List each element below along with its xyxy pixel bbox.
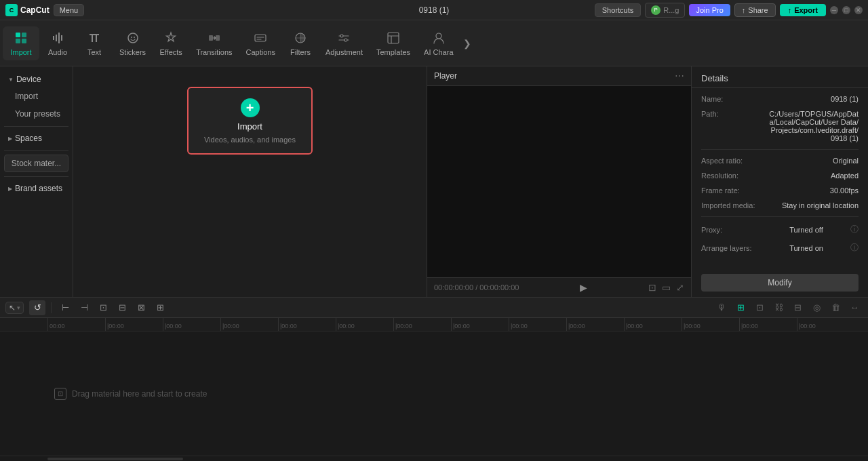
timeline-toolbar: ↖ ▾ ↺ ⊢ ⊣ ⊡ ⊟ ⊠ ⊞ 🎙 ⊞ ⊡ ⛓ ⊟ ◎ 🗑 ↔ [0, 298, 868, 318]
player-menu-icon[interactable]: ⋯ [675, 71, 684, 81]
timeline-trim-start-button[interactable]: ⊡ [95, 300, 111, 315]
detail-value-resolution: Adapted [831, 172, 859, 180]
detail-key-path: Path: [701, 110, 762, 118]
timeline-caption-button[interactable]: ⊟ [789, 300, 806, 315]
timeline-magnet-button[interactable]: ⊡ [751, 300, 768, 315]
minimize-button[interactable]: ─ [830, 6, 838, 14]
timeline-ruler-content: 00:00 |00:00 |00:00 |00:00 |00:00 |00:00… [0, 318, 854, 331]
tool-templates[interactable]: Templates [370, 26, 417, 60]
detail-value-path: C:/Users/TOPGUS/AppData/Local/CapCut/Use… [768, 110, 859, 142]
timeline-audio-btn[interactable]: ◎ [808, 300, 825, 315]
share-button[interactable]: ↑ Share [734, 3, 776, 17]
timeline-snap-button[interactable]: ⊞ [732, 300, 749, 315]
timeline-delete-right-btn[interactable]: 🗑 [827, 300, 844, 315]
join-pro-button[interactable]: Join Pro [689, 4, 730, 16]
import-icon [14, 31, 28, 45]
import-drop-area[interactable]: + Import Videos, audios, and images [187, 87, 313, 155]
detail-row-arrange: Arrange layers: Turned on ⓘ [701, 242, 859, 254]
timeline-group-button[interactable]: ⊞ [152, 300, 168, 315]
timeline-split-start-button[interactable]: ⊢ [57, 300, 73, 315]
arrange-info-icon[interactable]: ⓘ [850, 242, 859, 254]
timeline-ruler: 00:00 |00:00 |00:00 |00:00 |00:00 |00:00… [0, 318, 868, 332]
timeline-link-button[interactable]: ⛓ [770, 300, 787, 315]
share-icon: ↑ [742, 6, 746, 14]
drag-material-area[interactable]: ⊡ Drag material here and start to create [0, 332, 868, 456]
effects-label: Effects [159, 48, 182, 56]
sidebar-brand-header[interactable]: ▶ Brand assets [4, 181, 68, 196]
svg-rect-7 [209, 35, 213, 41]
audio-label: Audio [48, 48, 67, 56]
title-bar-right: Shortcuts P R...g Join Pro ↑ Share ↑ Exp… [595, 3, 863, 18]
svg-point-6 [134, 37, 135, 38]
tool-effects[interactable]: Effects [153, 26, 189, 60]
modify-button[interactable]: Modify [701, 274, 859, 292]
ruler-mark-1: |00:00 [105, 318, 163, 331]
detail-key-aspect: Aspect ratio: [701, 157, 762, 165]
text-icon [87, 31, 102, 45]
sidebar-item-import[interactable]: Import [9, 88, 68, 104]
player-crop-button[interactable]: ⊡ [648, 282, 656, 293]
tool-stickers[interactable]: Stickers [113, 26, 153, 60]
tool-filters[interactable]: Filters [282, 26, 319, 60]
ruler-mark-2: |00:00 [163, 318, 220, 331]
player-fullscreen-button[interactable]: ⤢ [676, 282, 684, 293]
detail-value-name: 0918 (1) [831, 95, 859, 103]
player-format-button[interactable]: ▭ [662, 282, 671, 293]
tool-audio[interactable]: Audio [39, 26, 76, 60]
pro-label: R...g [663, 6, 679, 14]
menu-button[interactable]: Menu [54, 4, 85, 16]
svg-rect-3 [22, 39, 26, 43]
tool-adjustment[interactable]: Adjustment [319, 26, 370, 60]
import-area-sublabel: Videos, audios, and images [204, 136, 296, 144]
sidebar-item-presets[interactable]: Your presets [9, 106, 68, 122]
sidebar-spaces-header[interactable]: ▶ Spaces [4, 131, 68, 146]
brand-chevron-icon: ▶ [8, 186, 12, 192]
tool-import[interactable]: Import [3, 26, 39, 60]
export-label: Export [794, 6, 818, 14]
svg-rect-9 [255, 35, 266, 41]
captions-icon [253, 31, 268, 45]
tool-transitions[interactable]: Transitions [189, 26, 239, 60]
proxy-info-icon[interactable]: ⓘ [850, 224, 859, 235]
media-panel: + Import Videos, audios, and images [73, 66, 427, 297]
toolbar-more-button[interactable]: ❯ [460, 37, 474, 50]
sidebar-device-header[interactable]: ▼ Device [4, 72, 68, 87]
timeline-scrollbar[interactable] [0, 456, 868, 461]
shortcuts-button[interactable]: Shortcuts [595, 3, 641, 17]
details-divider-1 [701, 149, 859, 150]
player-play-button[interactable]: ▶ [580, 282, 587, 293]
timeline-trim-end-button[interactable]: ⊟ [114, 300, 130, 315]
ruler-mark-13: |00:00 [797, 318, 854, 331]
close-button[interactable]: ✕ [854, 6, 863, 14]
tool-text[interactable]: Text [76, 26, 113, 60]
timeline-select-tool[interactable]: ↖ ▾ [5, 302, 24, 314]
timeline-scrollbar-thumb[interactable] [47, 458, 183, 460]
effects-icon [163, 31, 178, 45]
timeline-delete-button[interactable]: ⊠ [133, 300, 149, 315]
import-label: Import [10, 48, 31, 56]
filters-label: Filters [290, 48, 311, 56]
tool-captions[interactable]: Captions [239, 26, 282, 60]
details-panel: Details Name: 0918 (1) Path: C:/Users/TO… [692, 66, 868, 297]
export-button[interactable]: ↑ Export [780, 4, 826, 16]
timeline-undo-button[interactable]: ↺ [29, 300, 45, 315]
logo-area: C CapCut [5, 4, 50, 16]
ruler-mark-12: |00:00 [739, 318, 797, 331]
svg-rect-2 [16, 39, 20, 43]
timeline-mic-button[interactable]: 🎙 [713, 300, 730, 315]
import-plus-icon: + [241, 98, 260, 117]
app-logo-icon: C [5, 4, 18, 16]
sidebar-divider-2 [4, 150, 68, 151]
sidebar-stock-button[interactable]: Stock mater... [4, 155, 68, 172]
ai-chara-label: AI Chara [424, 48, 453, 56]
sidebar-brand-label: Brand assets [15, 184, 62, 193]
detail-row-imported-media: Imported media: Stay in original locatio… [701, 201, 859, 209]
timeline-zoom-btn[interactable]: ↔ [846, 300, 863, 315]
player-header: Player ⋯ [427, 66, 691, 86]
detail-key-framerate: Frame rate: [701, 186, 762, 195]
detail-value-arrange: Turned on [789, 244, 823, 252]
tool-ai-chara[interactable]: AI Chara [417, 26, 460, 60]
cursor-icon: ↖ [9, 303, 16, 313]
timeline-split-button[interactable]: ⊣ [76, 300, 92, 315]
maximize-button[interactable]: □ [842, 6, 850, 14]
